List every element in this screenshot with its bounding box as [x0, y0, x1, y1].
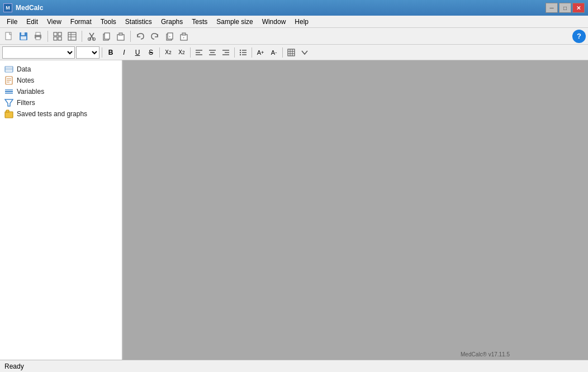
variables-icon [4, 87, 13, 96]
fmt-sep6 [282, 47, 283, 58]
status-ready: Ready [4, 363, 584, 370]
new-button[interactable] [2, 30, 16, 43]
svg-text:+: + [183, 36, 185, 39]
fmt-sep2 [159, 47, 160, 58]
tree-item-label: Variables [17, 88, 44, 96]
tree-item-label: Data [17, 65, 31, 73]
increase-font-button[interactable]: A+ [254, 46, 267, 59]
save-button[interactable] [17, 30, 30, 43]
status-bar: Ready [0, 360, 588, 372]
menu-item-view[interactable]: View [42, 16, 66, 27]
copy2-button[interactable]: + [163, 30, 176, 43]
svg-rect-8 [58, 32, 61, 36]
font-select[interactable] [2, 46, 75, 59]
filters-icon [4, 98, 13, 107]
notes-icon [4, 76, 13, 85]
menu-item-sample-size[interactable]: Sample size [212, 16, 257, 27]
menu-item-edit[interactable]: Edit [22, 16, 42, 27]
separator3 [130, 31, 131, 42]
copy-button[interactable] [99, 30, 113, 43]
svg-rect-22 [119, 33, 122, 35]
main-area: DataNotesVariablesFiltersSaved tests and… [0, 60, 588, 360]
cut-button[interactable] [85, 30, 98, 43]
menu-item-window[interactable]: Window [258, 16, 291, 27]
app-icon: M [3, 3, 12, 12]
tree-item-label: Saved tests and graphs [17, 110, 87, 118]
font-size-select[interactable] [76, 46, 99, 59]
subscript-button[interactable]: X2 [162, 46, 174, 59]
decrease-font-button[interactable]: A- [268, 46, 280, 59]
special-button[interactable] [298, 46, 311, 59]
tree-item-notes[interactable]: Notes [0, 75, 122, 86]
paste2-button[interactable]: + [177, 30, 191, 43]
version-text: MedCalc® v17.11.5 [461, 351, 510, 357]
svg-rect-7 [54, 32, 57, 36]
svg-point-42 [240, 54, 241, 55]
right-panel: MedCalc® v17.11.5 [123, 60, 588, 360]
print-button[interactable] [31, 30, 45, 43]
menu-item-tools[interactable]: Tools [96, 16, 121, 27]
svg-rect-6 [36, 37, 40, 40]
svg-rect-49 [5, 66, 13, 72]
help-button[interactable]: ? [572, 30, 586, 43]
fmt-sep3 [190, 47, 191, 58]
title-bar: M MedCalc ─ □ ✕ [0, 0, 588, 16]
underline-button[interactable]: U [131, 46, 144, 59]
menu-item-file[interactable]: File [2, 16, 22, 27]
menu-item-format[interactable]: Format [66, 16, 96, 27]
tree-item-label: Filters [17, 99, 35, 107]
menu-item-tests[interactable]: Tests [187, 16, 212, 27]
paste-button[interactable] [114, 30, 127, 43]
minimize-button[interactable]: ─ [546, 3, 558, 13]
menu-item-graphs[interactable]: Graphs [157, 16, 187, 27]
left-panel: DataNotesVariablesFiltersSaved tests and… [0, 60, 123, 360]
svg-rect-9 [54, 37, 57, 40]
align-left-button[interactable] [193, 46, 205, 59]
data-icon [4, 65, 13, 74]
svg-rect-20 [105, 33, 110, 39]
align-center-button[interactable] [206, 46, 219, 59]
list-button[interactable] [237, 46, 249, 59]
fmt-sep4 [234, 47, 235, 58]
tree-item-data[interactable]: Data [0, 64, 122, 75]
tree-item-filters[interactable]: Filters [0, 97, 122, 108]
tree-item-label: Notes [17, 77, 34, 84]
svg-point-38 [240, 49, 241, 50]
italic-button[interactable]: I [118, 46, 130, 59]
app-title: MedCalc [16, 4, 546, 12]
tree-item-saved-tests-and-graphs[interactable]: Saved tests and graphs [0, 108, 122, 120]
table-button[interactable] [65, 30, 79, 43]
separator2 [82, 31, 82, 42]
separator [48, 31, 48, 42]
superscript-button[interactable]: X2 [176, 46, 188, 59]
svg-rect-44 [288, 49, 295, 56]
close-button[interactable]: ✕ [572, 3, 585, 13]
menu-item-statistics[interactable]: Statistics [121, 16, 157, 27]
tree-item-variables[interactable]: Variables [0, 86, 122, 97]
maximize-button[interactable]: □ [559, 3, 571, 13]
toolbar-main: + + ? [0, 28, 588, 45]
strikethrough-button[interactable]: S [145, 46, 157, 59]
svg-rect-5 [36, 32, 40, 35]
svg-rect-2 [21, 32, 25, 35]
toolbar-format: B I U S X2 X2 A+ A- [0, 45, 588, 60]
window-controls: ─ □ ✕ [546, 3, 585, 13]
redo-button[interactable] [148, 30, 162, 43]
bold-button[interactable]: B [105, 46, 117, 59]
fmt-sep5 [252, 47, 252, 58]
svg-rect-10 [58, 37, 61, 40]
svg-rect-11 [68, 32, 76, 40]
saved-icon [4, 109, 13, 118]
undo-button[interactable] [134, 30, 147, 43]
insert-table-button[interactable] [285, 46, 297, 59]
fmt-sep1 [102, 47, 102, 58]
svg-marker-59 [5, 99, 13, 106]
align-right-button[interactable] [220, 46, 232, 59]
menu-bar: FileEditViewFormatToolsStatisticsGraphsT… [0, 16, 588, 28]
grid-button[interactable] [51, 30, 64, 43]
svg-rect-61 [6, 110, 9, 112]
menu-item-help[interactable]: Help [290, 16, 313, 27]
svg-text:+: + [169, 35, 171, 38]
svg-rect-27 [182, 33, 186, 35]
svg-rect-3 [21, 36, 26, 40]
